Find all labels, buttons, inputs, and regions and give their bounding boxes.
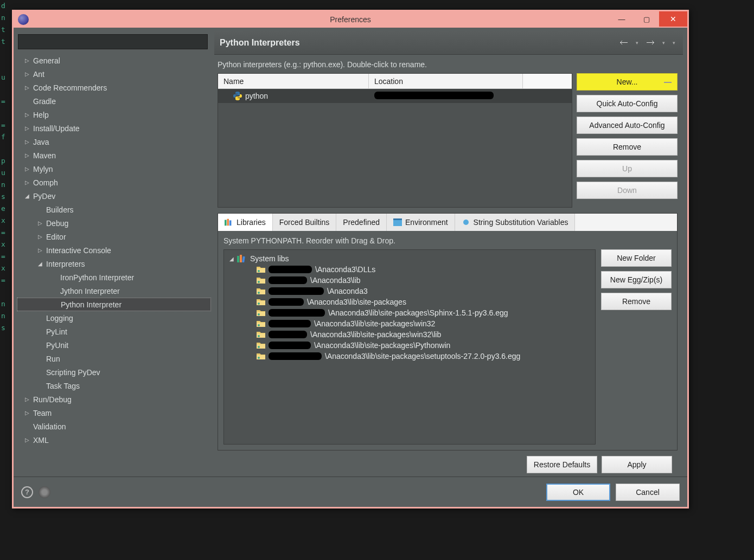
tree-arrow-icon[interactable]: ▷: [23, 179, 31, 185]
tree-arrow-icon[interactable]: ▷: [23, 166, 31, 172]
down-button[interactable]: Down: [577, 182, 678, 199]
ok-button[interactable]: OK: [546, 484, 610, 501]
tab-string-substitution-variables[interactable]: String Substitution Variables: [455, 214, 576, 231]
tree-arrow-icon[interactable]: ◢: [23, 193, 31, 199]
sidebar-item-ironpython-interpreter[interactable]: IronPython Interpreter: [17, 271, 211, 284]
cancel-button[interactable]: Cancel: [616, 484, 680, 501]
tree-arrow-icon[interactable]: ▷: [36, 247, 44, 253]
sidebar-item-xml[interactable]: ▷XML: [17, 433, 211, 447]
sidebar-item-code-recommenders[interactable]: ▷Code Recommenders: [17, 81, 211, 94]
sidebar-item-oomph[interactable]: ▷Oomph: [17, 176, 211, 189]
lib-item[interactable]: \Anaconda3\lib\site-packages\win32: [226, 318, 593, 329]
sidebar-item-jython-interpreter[interactable]: Jython Interpreter: [17, 284, 211, 298]
lib-item[interactable]: \Anaconda3: [226, 286, 593, 297]
redacted-prefix: [269, 309, 325, 317]
filter-input[interactable]: [18, 35, 207, 49]
svg-rect-3: [393, 220, 402, 226]
tree-arrow-icon[interactable]: ▷: [23, 57, 31, 63]
lib-item[interactable]: \Anaconda3\lib: [226, 275, 593, 286]
tab-predefined[interactable]: Predefined: [336, 214, 387, 231]
col-name[interactable]: Name: [218, 74, 369, 88]
tree-arrow-icon[interactable]: ▷: [23, 396, 31, 402]
sidebar-item-maven[interactable]: ▷Maven: [17, 149, 211, 162]
tab-forced-builtins[interactable]: Forced Builtins: [273, 214, 337, 231]
tree-arrow-icon[interactable]: ▷: [23, 85, 31, 91]
lib-remove-button[interactable]: Remove: [601, 293, 672, 310]
tree-arrow-icon[interactable]: ▷: [23, 112, 31, 118]
sidebar-item-team[interactable]: ▷Team: [17, 406, 211, 420]
sidebar-item-interpreters[interactable]: ◢Interpreters: [17, 257, 211, 271]
apply-button[interactable]: Apply: [602, 456, 672, 473]
sidebar-item-ant[interactable]: ▷Ant: [17, 67, 211, 81]
tree-arrow-icon[interactable]: ▷: [36, 234, 44, 240]
lib-tree[interactable]: ◢ System libs \Anaconda3\DLLs\Anaconda3\…: [223, 249, 596, 445]
preferences-tree[interactable]: ▷General▷Ant▷Code RecommendersGradle▷Hel…: [17, 54, 211, 472]
nav-menu-icon[interactable]: ▾: [670, 39, 678, 47]
quick-auto-config-button[interactable]: Quick Auto-Config: [577, 95, 678, 112]
tree-arrow-icon[interactable]: ▷: [23, 410, 31, 416]
remove-button[interactable]: Remove: [577, 138, 678, 156]
lib-root[interactable]: ◢ System libs: [226, 253, 593, 264]
sidebar-item-pydev[interactable]: ◢PyDev: [17, 189, 211, 203]
tree-arrow-icon[interactable]: ▷: [23, 71, 31, 77]
help-icon[interactable]: ?: [21, 486, 33, 498]
nav-forward-icon[interactable]: 🡒: [644, 37, 657, 49]
sidebar-item-pylint[interactable]: PyLint: [17, 325, 211, 338]
tree-arrow-icon[interactable]: ▷: [36, 220, 44, 226]
lib-item[interactable]: \Anaconda3\lib\site-packages\setuptools-…: [226, 351, 593, 362]
col-location[interactable]: Location: [369, 74, 523, 88]
sidebar-item-validation[interactable]: Validation: [17, 420, 211, 433]
sidebar-item-general[interactable]: ▷General: [17, 54, 211, 67]
sidebar-item-interactive-console[interactable]: ▷Interactive Console: [17, 243, 211, 257]
sidebar-item-python-interpreter[interactable]: Python Interpreter: [17, 298, 211, 311]
maximize-button[interactable]: [634, 11, 659, 27]
tab-libraries[interactable]: Libraries: [218, 214, 273, 231]
up-button[interactable]: Up: [577, 160, 678, 177]
chevron-down-icon[interactable]: ◢: [229, 256, 234, 262]
tree-label: XML: [31, 436, 49, 445]
sidebar-item-help[interactable]: ▷Help: [17, 108, 211, 121]
sidebar-item-mylyn[interactable]: ▷Mylyn: [17, 162, 211, 176]
sidebar-item-builders[interactable]: Builders: [17, 203, 211, 216]
close-button[interactable]: [659, 11, 687, 27]
sidebar-item-editor[interactable]: ▷Editor: [17, 230, 211, 243]
filter-box[interactable]: [18, 34, 208, 49]
tree-arrow-icon[interactable]: ▷: [23, 125, 31, 131]
tree-arrow-icon[interactable]: ▷: [23, 139, 31, 145]
new-button[interactable]: New...: [577, 73, 678, 91]
interpreters-table[interactable]: Name Location python: [218, 73, 572, 208]
lib-item[interactable]: \Anaconda3\lib\site-packages\Pythonwin: [226, 340, 593, 351]
titlebar[interactable]: Preferences: [14, 11, 687, 28]
dialog-footer: ? OK Cancel: [14, 477, 687, 507]
sidebar-item-task-tags[interactable]: Task Tags: [17, 379, 211, 392]
sidebar-item-scripting-pydev[interactable]: Scripting PyDev: [17, 365, 211, 379]
tab-body: System PYTHONPATH. Reorder with Drag & D…: [218, 231, 677, 450]
tree-arrow-icon[interactable]: ◢: [36, 261, 44, 267]
folder-icon: [257, 320, 265, 327]
sidebar-item-debug[interactable]: ▷Debug: [17, 216, 211, 230]
sidebar-item-run-debug[interactable]: ▷Run/Debug: [17, 392, 211, 406]
restore-defaults-button[interactable]: Restore Defaults: [527, 456, 597, 473]
sidebar-item-pyunit[interactable]: PyUnit: [17, 338, 211, 352]
sidebar-item-java[interactable]: ▷Java: [17, 135, 211, 149]
sidebar-item-gradle[interactable]: Gradle: [17, 94, 211, 108]
new-egg-button[interactable]: New Egg/Zip(s): [601, 271, 672, 288]
advanced-auto-config-button[interactable]: Advanced Auto-Config: [577, 117, 678, 134]
lib-item[interactable]: \Anaconda3\lib\site-packages: [226, 297, 593, 307]
tab-environment[interactable]: Environment: [387, 214, 455, 231]
tree-arrow-icon[interactable]: ▷: [23, 152, 31, 158]
sidebar-item-install-update[interactable]: ▷Install/Update: [17, 121, 211, 135]
sidebar-item-run[interactable]: Run: [17, 352, 211, 365]
minimize-button[interactable]: [609, 11, 634, 27]
lib-item[interactable]: \Anaconda3\lib\site-packages\Sphinx-1.5.…: [226, 307, 593, 318]
nav-back-menu[interactable]: ▾: [634, 39, 641, 47]
lib-item[interactable]: \Anaconda3\DLLs: [226, 264, 593, 275]
sidebar-item-logging[interactable]: Logging: [17, 311, 211, 325]
nav-forward-menu[interactable]: ▾: [660, 39, 667, 47]
tree-arrow-icon[interactable]: ▷: [23, 437, 31, 443]
nav-back-icon[interactable]: 🡐: [617, 37, 630, 49]
table-row[interactable]: python: [218, 89, 572, 103]
lib-item[interactable]: \Anaconda3\lib\site-packages\win32\lib: [226, 329, 593, 340]
import-export-icon[interactable]: [39, 486, 50, 498]
new-folder-button[interactable]: New Folder: [601, 249, 672, 267]
